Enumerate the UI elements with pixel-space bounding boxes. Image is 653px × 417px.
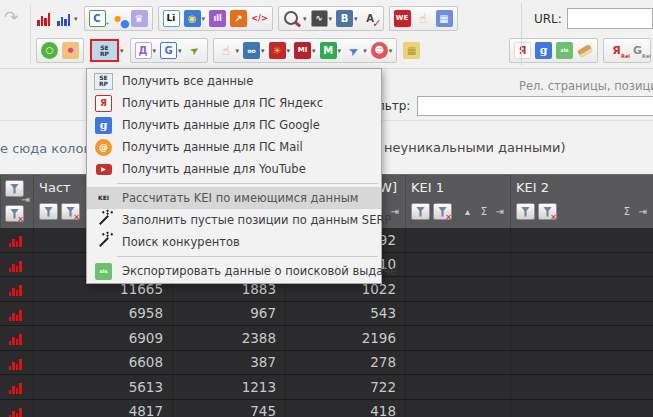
column-header-kei1[interactable]: KEI 1✕⇥Σ▴ (405, 175, 510, 229)
url-input[interactable] (567, 8, 653, 29)
yandex-rel-icon: ЯRel (608, 42, 625, 59)
yandex-parse-button[interactable]: Я (513, 39, 532, 62)
red-x-icon: ✕ (73, 213, 80, 222)
filter-button[interactable] (516, 203, 535, 220)
menu-item-calc-kei[interactable]: KEIРассчитать KEI по имеющимся данным (87, 187, 381, 209)
funnel-icon (44, 207, 53, 217)
green-leaf-button[interactable]: ➤ (185, 39, 204, 62)
color-dots-button[interactable]: ●● (109, 7, 128, 30)
clear-filter-button[interactable]: ✕ (5, 205, 24, 222)
map-marker-button[interactable]: ● (61, 39, 80, 62)
package-box-button[interactable]: ▦ (402, 39, 421, 62)
table-row[interactable]: 6958967543 (0, 302, 653, 327)
menu-item-fill-empty-positions[interactable]: Заполнить пустые позиции по данным SERP (87, 209, 381, 231)
google-rel-button[interactable]: GRel (628, 39, 647, 62)
cell-kei2 (510, 228, 653, 252)
sum-icon[interactable]: Σ (481, 206, 487, 217)
google-parse-button[interactable]: g (534, 39, 553, 62)
filter-button[interactable] (39, 203, 58, 220)
blue-stats-chart-icon (57, 11, 73, 26)
xls-export-button[interactable]: xls (555, 39, 574, 62)
purple-chart-button[interactable]: ıll (208, 7, 227, 30)
spy-agent-button[interactable]: oo▾ (242, 39, 266, 62)
cell-freq: 6608 (33, 351, 172, 375)
column-header-state[interactable]: ✕⇥ (0, 175, 33, 229)
hand-stop-button[interactable]: ☝ (414, 7, 433, 30)
person-badge-button[interactable]: ☻▾ (370, 39, 394, 62)
crown-button[interactable]: ♛ (130, 7, 149, 30)
filter-input[interactable] (417, 96, 653, 116)
eraser-button[interactable] (576, 39, 594, 62)
toolbar-group: WE☝▦ (389, 6, 458, 31)
vkontakte-icon: B (336, 10, 353, 27)
table-row[interactable]: 4817745418 (0, 400, 653, 417)
menu-icon-slot: xls (94, 263, 113, 280)
keyword-stats-icon (9, 330, 25, 345)
blue-arrow-button[interactable]: ➤▾ (344, 39, 368, 62)
table-row[interactable]: 690923882196 (0, 326, 653, 351)
fireball-button[interactable]: ☀▾ (268, 39, 292, 62)
liveinternet-button[interactable]: Li (162, 7, 181, 30)
google-adwords-g-button[interactable]: G▾ (159, 39, 183, 62)
eraser-icon (577, 44, 593, 58)
hand-stop-icon: ☝ (415, 10, 432, 27)
table-row[interactable]: 56131213722 (0, 375, 653, 400)
cell-b: 2388 (172, 326, 285, 350)
filter-button[interactable] (411, 203, 430, 220)
menu-item-get-youtube-data[interactable]: ▶Получить данные для YouTube (87, 158, 381, 180)
spellcheck-button[interactable]: A✓ (361, 7, 380, 30)
row-state-cell (0, 277, 33, 301)
cell-w: 543 (285, 302, 405, 326)
code-wrench-button[interactable]: </> (250, 7, 269, 30)
menu-item-get-google-data[interactable]: gПолучить данные для ПС Google (87, 114, 381, 136)
table-row[interactable]: 6608387278 (0, 351, 653, 376)
metrika-m-button[interactable]: M▾ (319, 39, 343, 62)
search-lens-button[interactable]: ▾ (282, 7, 308, 30)
row-state-cell (0, 375, 33, 399)
serp-thumbnail-icon: ∿ (311, 10, 328, 27)
green-gem-button[interactable]: ○ (40, 39, 59, 62)
hand-collect-button[interactable]: ☝▾ (217, 39, 241, 62)
red-stats-chart-button[interactable] (36, 7, 54, 30)
sort-asc-icon[interactable]: ▴ (465, 206, 470, 217)
clear-filter-button[interactable]: ✕ (61, 203, 80, 220)
yandex-rel-button[interactable]: ЯRel (607, 39, 626, 62)
toolbar-divider (521, 3, 522, 65)
toolbar-group: ▦ (402, 38, 421, 63)
clear-filter-button[interactable]: ✕ (433, 203, 452, 220)
pin-icon[interactable]: ⇥ (22, 194, 30, 205)
cell-kei2 (510, 302, 653, 326)
collect-c-button[interactable]: C+ (88, 7, 107, 30)
we-service-button[interactable]: WE (393, 7, 412, 30)
pin-icon[interactable]: ⇥ (496, 206, 504, 217)
spy-agent-icon: oo (243, 42, 260, 59)
cell-b: 967 (172, 302, 285, 326)
cell-b: 387 (172, 351, 285, 375)
menu-icon-slot (94, 213, 113, 227)
pin-icon[interactable]: ⇥ (639, 206, 647, 217)
column-header-kei2[interactable]: KEI 2✕⇥Σ (510, 175, 653, 229)
menu-item-export-serp-data[interactable]: xlsЭкспортировать данные о поисковой выд… (87, 260, 381, 282)
menu-item-get-mail-data[interactable]: @Получить данные для ПС Mail (87, 136, 381, 158)
serp-thumbnail-button[interactable]: ∿▾ (310, 7, 334, 30)
menu-item-get-all-data[interactable]: SERPПолучить все данные (87, 70, 381, 92)
google-icon: g (95, 117, 112, 134)
menu-item-get-yandex-data[interactable]: ЯПолучить данные для ПС Яндекс (87, 92, 381, 114)
yandex-direct-d-button[interactable]: Д▾ (134, 39, 158, 62)
serp-collect-button[interactable]: SERP▾ (89, 39, 125, 62)
dropdown-arrow-icon: ▾ (354, 15, 358, 23)
blue-stats-chart-button[interactable]: ▾ (56, 7, 79, 30)
cell-b: 745 (172, 400, 285, 417)
pin-icon[interactable]: ⇥ (391, 206, 399, 217)
coin-button[interactable]: ◉▾ (183, 7, 207, 30)
menu-separator (117, 256, 378, 257)
clear-filter-button[interactable]: ✕ (538, 203, 557, 220)
mi-service-button[interactable]: MI▾ (293, 39, 317, 62)
menu-item-find-competitors[interactable]: Поиск конкурентов (87, 231, 381, 253)
color-dots-icon: ●● (110, 10, 127, 27)
vkontakte-button[interactable]: B▾ (335, 7, 359, 30)
redo-icon[interactable]: ↷ (4, 7, 18, 27)
calculator-button[interactable]: ▦ (435, 7, 454, 30)
orange-chart-button[interactable]: ↗ (229, 7, 248, 30)
sum-icon[interactable]: Σ (624, 206, 630, 217)
